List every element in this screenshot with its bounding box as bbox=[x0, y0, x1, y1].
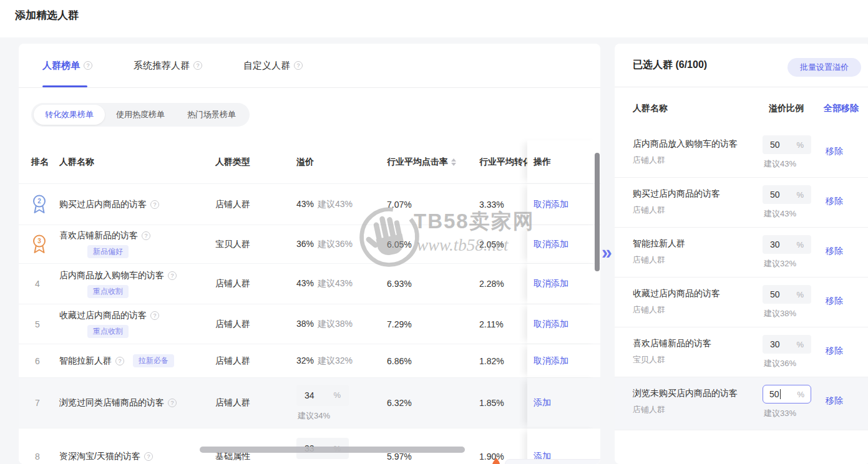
add-button[interactable]: 添加 bbox=[534, 397, 551, 408]
percent-unit: % bbox=[797, 390, 804, 399]
help-icon[interactable]: ? bbox=[150, 200, 159, 209]
audience-name: 浏览过同类店铺商品的访客 bbox=[59, 397, 164, 408]
remove-button[interactable]: 移除 bbox=[826, 296, 843, 307]
svg-text:2: 2 bbox=[37, 198, 41, 205]
premium-input[interactable]: 50% bbox=[763, 135, 811, 154]
audience-list-panel: 人群榜单 ? 系统推荐人群 ? 自定义人群 ? 转化效果榜单 使用热度榜单 热门… bbox=[19, 44, 600, 464]
audience-type: 店铺人群 bbox=[215, 199, 296, 210]
premium-suggest: 建议36% bbox=[764, 358, 811, 369]
percent-unit: % bbox=[796, 190, 804, 200]
add-audience-dialog: 添加精选人群 人群榜单 ? 系统推荐人群 ? 自定义人群 ? bbox=[0, 0, 868, 464]
premium-input[interactable]: 30% bbox=[763, 235, 811, 254]
cancel-add-button[interactable]: 取消添加 bbox=[534, 319, 568, 330]
col-ctr[interactable]: 行业平均点击率 bbox=[387, 157, 479, 168]
remove-button[interactable]: 移除 bbox=[826, 196, 843, 207]
audience-name: 喜欢店铺新品的访客 bbox=[59, 230, 138, 241]
cvr-value: 2.11% bbox=[479, 319, 527, 329]
premium-suggest: 建议34% bbox=[298, 410, 387, 422]
cancel-add-button[interactable]: 取消添加 bbox=[534, 278, 568, 289]
help-icon[interactable]: ? bbox=[168, 399, 177, 407]
premium-input-focused[interactable]: 50% bbox=[763, 385, 811, 404]
tab-system-recommended[interactable]: 系统推荐人群 ? bbox=[134, 60, 202, 72]
selected-table-header: 人群名称 溢价比例 全部移除 bbox=[615, 87, 868, 128]
table-row: 4 店内商品放入购物车的访客? 重点收割 店铺人群 43%建议43% 6.93%… bbox=[19, 264, 600, 304]
remove-all-button[interactable]: 全部移除 bbox=[824, 103, 859, 114]
col-rank: 排名 bbox=[19, 157, 59, 168]
selected-row: 喜欢店铺新品的访客 宝贝人群 30% 建议36% 移除 bbox=[615, 327, 868, 377]
audience-type: 店铺人群 bbox=[215, 397, 296, 408]
percent-unit: % bbox=[796, 140, 804, 150]
premium-input[interactable]: 50% bbox=[763, 185, 811, 204]
selected-row: 收藏过店内商品的访客 店铺人群 50% 建议38% 移除 bbox=[615, 278, 868, 327]
audience-tag-badge: 拉新必备 bbox=[133, 354, 174, 367]
remove-button[interactable]: 移除 bbox=[826, 346, 843, 357]
premium-suggest: 建议43% bbox=[764, 158, 811, 170]
audience-name: 浏览未购买店内商品的访客 bbox=[633, 388, 758, 399]
premium-value: 32% bbox=[296, 355, 314, 365]
ctr-value: 6.86% bbox=[387, 356, 479, 366]
audience-name: 资深淘宝/天猫的访客 bbox=[59, 451, 140, 462]
premium-input[interactable]: 50% bbox=[763, 285, 811, 304]
table-row: 5 收藏过店内商品的访客? 重点收割 店铺人群 38%建议38% 7.29% 2… bbox=[19, 304, 600, 344]
cvr-value: 2.05% bbox=[479, 239, 527, 249]
table-row: 2 购买过店内商品的访客? 店铺人群 43%建议43% 7.07% 3.33% … bbox=[19, 184, 600, 225]
premium-suggest: 建议43% bbox=[318, 199, 353, 209]
help-icon[interactable]: ? bbox=[142, 231, 150, 240]
cancel-add-button[interactable]: 取消添加 bbox=[534, 239, 568, 250]
tab-crowd-ranking[interactable]: 人群榜单 ? bbox=[42, 60, 92, 72]
audience-type: 店铺人群 bbox=[215, 278, 296, 289]
help-icon[interactable]: ? bbox=[168, 271, 177, 280]
cvr-value: 3.33% bbox=[479, 200, 527, 210]
rank-number: 5 bbox=[35, 319, 40, 329]
audience-name: 喜欢店铺新品的访客 bbox=[633, 338, 758, 349]
tab-bar: 人群榜单 ? 系统推荐人群 ? 自定义人群 ? bbox=[19, 44, 600, 88]
selected-row: 浏览未购买店内商品的访客 店铺人群 50% 建议33% 移除 bbox=[615, 377, 868, 430]
audience-name: 店内商品放入购物车的访客 bbox=[633, 138, 758, 150]
col-premium-ratio: 溢价比例 bbox=[769, 103, 804, 114]
subtab-usage-heat-ranking[interactable]: 使用热度榜单 bbox=[105, 105, 176, 125]
subtab-hot-scene-ranking[interactable]: 热门场景榜单 bbox=[176, 105, 247, 125]
cvr-value: 2.28% bbox=[479, 279, 527, 289]
remove-button[interactable]: 移除 bbox=[826, 246, 843, 257]
dialog-header: 添加精选人群 bbox=[0, 0, 868, 37]
sort-icon[interactable] bbox=[451, 158, 456, 166]
subtab-conversion-ranking[interactable]: 转化效果榜单 bbox=[34, 105, 105, 125]
help-icon[interactable]: ? bbox=[115, 357, 124, 365]
help-icon[interactable]: ? bbox=[84, 61, 92, 70]
batch-set-premium-button[interactable]: 批量设置溢价 bbox=[788, 58, 861, 77]
help-icon[interactable]: ? bbox=[144, 452, 153, 461]
selected-count-title: 已选人群 (6/100) bbox=[633, 59, 707, 72]
premium-suggest: 建议32% bbox=[764, 258, 811, 269]
selected-list: 店内商品放入购物车的访客 店铺人群 50% 建议43% 移除 购买过店内商品的访… bbox=[615, 128, 868, 430]
vertical-scrollbar[interactable] bbox=[595, 153, 600, 271]
tab-label: 人群榜单 bbox=[42, 60, 80, 72]
selected-audience-panel: 已选人群 (6/100) 批量设置溢价 人群名称 溢价比例 全部移除 店内商品放… bbox=[615, 44, 868, 464]
audience-tag-badge: 重点收割 bbox=[87, 325, 129, 338]
audience-type: 店铺人群 bbox=[633, 304, 665, 316]
text-caret bbox=[780, 389, 781, 399]
table-row: 6 智能拉新人群?拉新必备 店铺人群 32%建议32% 6.86% 1.82% … bbox=[19, 344, 600, 378]
page-title: 添加精选人群 bbox=[15, 8, 79, 22]
table-row: 3 喜欢店铺新品的访客? 新品偏好 宝贝人群 36%建议36% 6.05% 2.… bbox=[19, 225, 600, 264]
premium-input[interactable]: 34% bbox=[296, 385, 349, 406]
premium-input[interactable]: 30% bbox=[763, 335, 811, 354]
remove-button[interactable]: 移除 bbox=[826, 395, 843, 407]
premium-value: 43% bbox=[296, 199, 314, 209]
cancel-add-button[interactable]: 取消添加 bbox=[534, 199, 568, 210]
tab-label: 系统推荐人群 bbox=[134, 60, 190, 72]
premium-suggest: 建议36% bbox=[318, 239, 353, 249]
collapse-panel-button[interactable]: » bbox=[602, 243, 612, 263]
selected-panel-header: 已选人群 (6/100) 批量设置溢价 bbox=[615, 44, 868, 87]
tab-custom-audience[interactable]: 自定义人群 ? bbox=[243, 60, 303, 72]
remove-button[interactable]: 移除 bbox=[826, 146, 843, 157]
horizontal-scrollbar[interactable] bbox=[200, 447, 465, 453]
help-icon[interactable]: ? bbox=[193, 61, 202, 70]
rank-3-medal-icon: 3 bbox=[31, 234, 47, 254]
premium-suggest: 建议38% bbox=[764, 308, 811, 319]
help-icon[interactable]: ? bbox=[294, 61, 303, 70]
cancel-add-button[interactable]: 取消添加 bbox=[534, 355, 568, 367]
help-icon[interactable]: ? bbox=[150, 311, 159, 320]
rank-number: 7 bbox=[35, 398, 40, 408]
audience-type: 店铺人群 bbox=[633, 155, 665, 166]
rank-number: 8 bbox=[35, 452, 40, 462]
